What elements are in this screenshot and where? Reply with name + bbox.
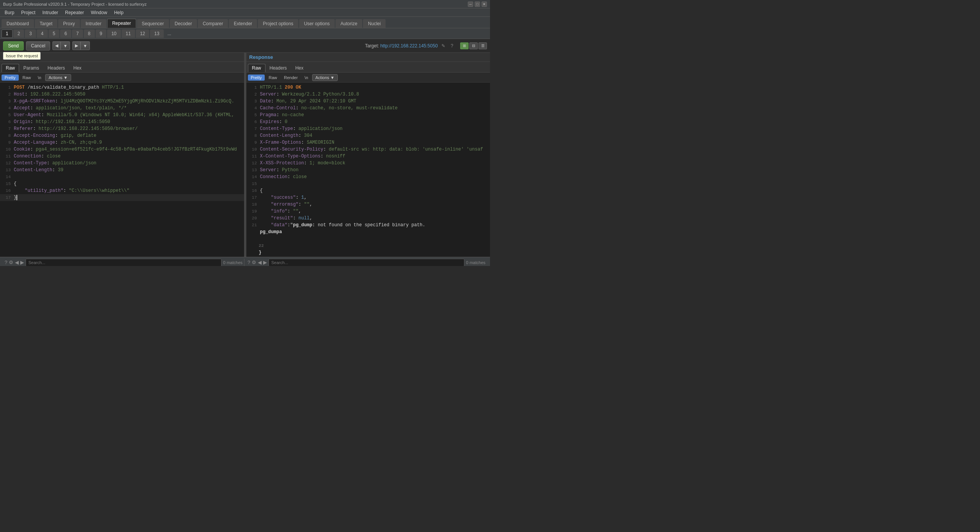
nav-forward-button[interactable]: ▶: [72, 41, 80, 50]
response-line-16: 16 {: [246, 187, 490, 194]
response-line-1: 1 HTTP/1.1 200 OK: [246, 84, 490, 91]
request-line-16: 16 "utility_path": "C:\\Users\\whippet\\…: [0, 187, 244, 194]
layout-stacked-icon[interactable]: ☰: [479, 42, 487, 49]
response-view-tabs: Raw Headers Hex: [246, 62, 490, 73]
rep-tab-6[interactable]: 6: [60, 29, 71, 38]
maximize-button[interactable]: □: [475, 2, 480, 7]
response-line-18: 18 "errormsg": "",: [246, 201, 490, 208]
rep-tab-more[interactable]: ...: [164, 30, 174, 37]
response-tab-headers[interactable]: Headers: [265, 64, 291, 72]
menu-intruder[interactable]: Intruder: [39, 9, 61, 16]
rep-tab-4[interactable]: 4: [37, 29, 48, 38]
response-line-11: 11 X-Content-Type-Options: nosniff: [246, 153, 490, 160]
edit-target-icon[interactable]: ✎: [440, 42, 447, 49]
response-tab-hex[interactable]: Hex: [291, 64, 308, 72]
rep-tab-2[interactable]: 2: [13, 29, 24, 38]
response-code-area[interactable]: 1 HTTP/1.1 200 OK 2 Server: Werkzeug/2.1…: [246, 83, 490, 257]
request-line-17: 17 }: [0, 194, 244, 201]
request-tab-params[interactable]: Params: [19, 64, 43, 72]
response-code-content: 1 HTTP/1.1 200 OK 2 Server: Werkzeug/2.1…: [246, 83, 490, 257]
rep-tab-9[interactable]: 9: [96, 29, 107, 38]
minimize-button[interactable]: ─: [468, 2, 473, 7]
send-button[interactable]: Send: [3, 41, 24, 50]
request-line-1: 1 POST /misc/validate_binary_path HTTP/1…: [0, 84, 244, 91]
nav-forward-group: ▶ ▼: [72, 41, 90, 50]
response-line-5: 5 Pragma: no-cache: [246, 112, 490, 118]
response-line-14: 14 Connection: close: [246, 174, 490, 180]
tab-extender[interactable]: Extender: [229, 19, 257, 28]
request-search-next[interactable]: ▶: [20, 260, 24, 265]
request-pretty-tab[interactable]: Pretty: [2, 75, 19, 81]
response-search-next[interactable]: ▶: [263, 260, 267, 265]
tab-autorize[interactable]: Autorize: [335, 19, 362, 28]
nav-forward-dropdown[interactable]: ▼: [80, 41, 90, 50]
response-title: Response: [246, 53, 490, 62]
menu-repeater[interactable]: Repeater: [62, 9, 87, 16]
request-tab-hex[interactable]: Hex: [69, 64, 86, 72]
request-search-panel: ? ⚙ ◀ ▶ 0 matches: [3, 259, 244, 266]
request-panel: Request Raw Params Headers Hex Pretty Ra…: [0, 53, 244, 257]
layout-horizontal-icon[interactable]: ⊞: [460, 42, 469, 49]
rep-tab-3[interactable]: 3: [25, 29, 36, 38]
cancel-button[interactable]: Cancel: [26, 41, 50, 50]
request-search-settings[interactable]: ⚙: [9, 260, 13, 265]
response-newline-tab[interactable]: \n: [301, 75, 311, 81]
request-search-prev[interactable]: ◀: [15, 260, 19, 265]
rep-tab-7[interactable]: 7: [72, 29, 83, 38]
target-url: http://192.168.222.145:5050: [380, 43, 438, 49]
request-line-13: 13 Content-Length: 39: [0, 167, 244, 174]
request-actions-button[interactable]: Actions ▼: [45, 74, 71, 81]
response-actions-button[interactable]: Actions ▼: [312, 74, 338, 81]
request-tab-headers[interactable]: Headers: [43, 64, 69, 72]
help-icon[interactable]: ?: [449, 42, 455, 49]
request-raw-tab[interactable]: Raw: [20, 75, 34, 81]
tab-user-options[interactable]: User options: [299, 19, 335, 28]
tab-comparer[interactable]: Comparer: [198, 19, 228, 28]
tab-decoder[interactable]: Decoder: [170, 19, 197, 28]
rep-tab-1[interactable]: 1: [2, 29, 13, 38]
tab-dashboard[interactable]: Dashboard: [2, 19, 34, 28]
response-tab-raw[interactable]: Raw: [248, 64, 265, 72]
response-search-help[interactable]: ?: [247, 260, 250, 265]
response-search-input[interactable]: [269, 259, 464, 266]
menu-help[interactable]: Help: [111, 9, 127, 16]
tab-intruder[interactable]: Intruder: [81, 19, 106, 28]
menubar: Burp Project Intruder Repeater Window He…: [0, 8, 490, 17]
tab-repeater[interactable]: Repeater: [107, 19, 136, 28]
rep-tab-10[interactable]: 10: [107, 29, 120, 38]
response-raw-tab[interactable]: Raw: [265, 75, 280, 81]
nav-back-button[interactable]: ◀: [52, 41, 60, 50]
request-search-input[interactable]: [26, 259, 221, 266]
request-search-help[interactable]: ?: [5, 260, 7, 265]
target-label: Target: http://192.168.222.145:5050: [365, 43, 438, 49]
main-content: Request Raw Params Headers Hex Pretty Ra…: [0, 53, 490, 257]
request-code-area[interactable]: 1 POST /misc/validate_binary_path HTTP/1…: [0, 83, 244, 257]
repeater-tabs: 1 2 3 4 5 6 7 8 9 10 11 12 13 ...: [0, 28, 490, 39]
rep-tab-5[interactable]: 5: [49, 29, 60, 38]
rep-tab-13[interactable]: 13: [150, 29, 163, 38]
menu-window[interactable]: Window: [88, 9, 110, 16]
response-pretty-tab[interactable]: Pretty: [248, 75, 265, 81]
response-search-prev[interactable]: ◀: [258, 260, 262, 265]
tab-nuclei[interactable]: Nuclei: [363, 19, 386, 28]
request-line-5: 5 User-Agent: Mozilla/5.0 (Windows NT 10…: [0, 112, 244, 118]
request-newline-tab[interactable]: \n: [35, 75, 44, 81]
request-tab-raw[interactable]: Raw: [2, 64, 19, 72]
tab-proxy[interactable]: Proxy: [58, 19, 80, 28]
rep-tab-8[interactable]: 8: [84, 29, 95, 38]
request-line-3: 3 X-pgA-CSRFToken: ljU4MzQ0OTM2Yc3YzM5Zm…: [0, 98, 244, 105]
tab-target[interactable]: Target: [35, 19, 57, 28]
rep-tab-12[interactable]: 12: [136, 29, 149, 38]
response-line-21: 21 "data":"pg_dump: not found on the spe…: [246, 222, 490, 235]
tab-project-options[interactable]: Project options: [258, 19, 298, 28]
menu-project[interactable]: Project: [18, 9, 38, 16]
response-render-tab[interactable]: Render: [281, 75, 301, 81]
tab-sequencer[interactable]: Sequencer: [137, 19, 169, 28]
response-search-settings[interactable]: ⚙: [252, 260, 256, 265]
layout-vertical-icon[interactable]: ⊟: [469, 42, 478, 49]
rep-tab-11[interactable]: 11: [122, 29, 135, 38]
nav-back-dropdown[interactable]: ▼: [60, 41, 70, 50]
menu-burp[interactable]: Burp: [2, 9, 17, 16]
close-button[interactable]: ✕: [482, 2, 487, 7]
request-line-4: 4 Accept: application/json, text/plain, …: [0, 105, 244, 112]
